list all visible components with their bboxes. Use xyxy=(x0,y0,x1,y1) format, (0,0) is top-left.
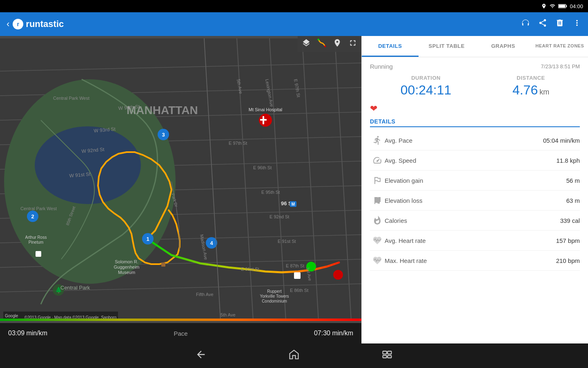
svg-text:Guggenheim: Guggenheim xyxy=(114,265,140,269)
detail-row-avg-pace: Avg. Pace 05:04 min/km xyxy=(370,130,580,150)
svg-point-20 xyxy=(35,126,141,204)
location-icon xyxy=(541,3,547,9)
pace-bar: 03:09 min/km Pace 07:30 min/km xyxy=(0,323,361,343)
detail-row-max-heart-rate: Max. Heart rate 210 bpm xyxy=(370,251,580,271)
layers-icon[interactable] xyxy=(302,38,311,49)
svg-text:Pinetum: Pinetum xyxy=(29,240,44,245)
calories-value: 339 cal xyxy=(560,217,580,224)
home-nav-button[interactable] xyxy=(288,349,300,363)
svg-text:E 87th St: E 87th St xyxy=(286,263,304,268)
svg-text:Ruppert: Ruppert xyxy=(267,289,282,294)
map-toolbar xyxy=(298,36,361,52)
top-bar: ‹ r runtastic xyxy=(0,12,588,36)
svg-text:Museum: Museum xyxy=(118,270,135,275)
svg-text:MANHATTAN: MANHATTAN xyxy=(127,104,198,117)
max-heart-rate-label: Max. Heart rate xyxy=(385,257,556,264)
svg-text:E 92nd St: E 92nd St xyxy=(270,214,289,219)
detail-row-elevation-loss: Elevation loss 63 m xyxy=(370,191,580,211)
section-header: DETAILS xyxy=(370,118,580,127)
svg-text:Google: Google xyxy=(5,314,18,318)
duration-block: DURATION 00:24:11 xyxy=(401,75,452,98)
detail-row-avg-heart-rate: Avg. Heart rate 157 bpm xyxy=(370,231,580,251)
svg-rect-56 xyxy=(260,119,267,121)
bottom-nav xyxy=(0,343,588,368)
svg-text:Yorkville Towers: Yorkville Towers xyxy=(260,294,289,298)
svg-rect-1 xyxy=(559,5,566,8)
pin-icon[interactable] xyxy=(333,38,342,49)
svg-text:3: 3 xyxy=(162,132,165,138)
activity-header: Running 7/23/13 8:51 PM xyxy=(370,63,580,70)
tab-details[interactable]: DETAILS xyxy=(362,36,419,57)
detail-row-calories: Calories 339 cal xyxy=(370,211,580,231)
svg-text:1: 1 xyxy=(146,236,149,242)
detail-row-elevation-gain: Elevation gain 56 m xyxy=(370,171,580,191)
svg-text:Arthur Ross: Arthur Ross xyxy=(25,235,47,240)
svg-text:M: M xyxy=(292,202,295,206)
svg-text:E 86th St: E 86th St xyxy=(290,288,308,293)
avg-speed-value: 11.8 kph xyxy=(556,157,580,164)
details-content: Running 7/23/13 8:51 PM DURATION 00:24:1… xyxy=(362,57,588,343)
more-button[interactable] xyxy=(572,18,581,30)
route-color-icon[interactable] xyxy=(317,38,326,49)
logo-icon: r xyxy=(13,19,23,29)
elevation-gain-value: 56 m xyxy=(566,177,580,184)
fullscreen-icon[interactable] xyxy=(348,38,357,49)
svg-point-80 xyxy=(324,45,326,47)
svg-text:E 95th St: E 95th St xyxy=(261,190,280,195)
svg-rect-65 xyxy=(161,263,165,267)
svg-rect-84 xyxy=(388,351,391,354)
pace-icon xyxy=(370,135,385,145)
recent-nav-button[interactable] xyxy=(381,349,393,363)
svg-point-49 xyxy=(333,270,343,280)
share-button[interactable] xyxy=(538,18,547,30)
svg-rect-83 xyxy=(383,351,387,354)
battery-icon xyxy=(558,4,567,9)
svg-text:E 91st St: E 91st St xyxy=(278,239,296,244)
back-nav-button[interactable] xyxy=(195,349,207,363)
svg-text:Central Park West: Central Park West xyxy=(20,206,57,211)
map-area[interactable]: W 94th St W 93rd St W 92nd St W 91st St … xyxy=(0,36,361,323)
activity-date: 7/23/13 8:51 PM xyxy=(541,63,580,70)
favorite-heart[interactable]: ❤ xyxy=(370,103,580,114)
svg-text:Solomon R.: Solomon R. xyxy=(115,259,138,264)
main-content: W 94th St W 93rd St W 92nd St W 91st St … xyxy=(0,36,588,343)
tab-split-table[interactable]: SPLIT TABLE xyxy=(419,36,475,57)
delete-button[interactable] xyxy=(555,18,564,30)
details-panel: DETAILS SPLIT TABLE GRAPHS HEART RATE ZO… xyxy=(361,36,588,343)
svg-text:Mt Sinai Hospital: Mt Sinai Hospital xyxy=(249,107,283,112)
distance-label: DISTANCE xyxy=(512,75,549,81)
back-button[interactable]: ‹ xyxy=(7,19,9,29)
min-pace: 03:09 min/km xyxy=(8,330,47,337)
distance-block: DISTANCE 4.76km xyxy=(512,75,549,98)
stats-row: DURATION 00:24:11 DISTANCE 4.76km xyxy=(370,75,580,98)
headphones-button[interactable] xyxy=(521,18,530,30)
activity-type: Running xyxy=(370,63,393,70)
pace-label: Pace xyxy=(174,330,187,337)
avg-heart-rate-label: Avg. Heart rate xyxy=(385,237,556,244)
tab-heart-rate-zones[interactable]: HEART RATE ZONES xyxy=(532,36,588,57)
svg-text:E 96th St: E 96th St xyxy=(253,165,272,170)
tab-graphs[interactable]: GRAPHS xyxy=(475,36,532,57)
map-svg: W 94th St W 93rd St W 92nd St W 91st St … xyxy=(0,36,361,323)
svg-rect-51 xyxy=(36,251,41,257)
elevation-gain-icon xyxy=(370,175,385,185)
svg-text:Condominium: Condominium xyxy=(262,299,287,303)
pace-gradient xyxy=(0,319,361,321)
svg-text:5th Ave: 5th Ave xyxy=(220,312,236,317)
svg-rect-50 xyxy=(294,272,301,279)
map-panel: W 94th St W 93rd St W 92nd St W 91st St … xyxy=(0,36,361,343)
svg-marker-82 xyxy=(290,350,298,359)
tabs: DETAILS SPLIT TABLE GRAPHS HEART RATE ZO… xyxy=(362,36,588,57)
elevation-loss-label: Elevation loss xyxy=(385,197,566,204)
calories-icon xyxy=(370,215,385,225)
logo-text: runtastic xyxy=(26,19,64,29)
svg-rect-85 xyxy=(383,355,387,358)
svg-rect-86 xyxy=(388,355,391,358)
distance-value: 4.76km xyxy=(512,83,549,98)
clock: 04:00 xyxy=(570,3,583,9)
svg-text:Central Park: Central Park xyxy=(60,285,90,291)
top-actions xyxy=(521,18,581,30)
avg-speed-label: Avg. Speed xyxy=(385,157,556,164)
app-logo: r runtastic xyxy=(13,19,521,29)
avg-pace-label: Avg. Pace xyxy=(385,137,543,144)
